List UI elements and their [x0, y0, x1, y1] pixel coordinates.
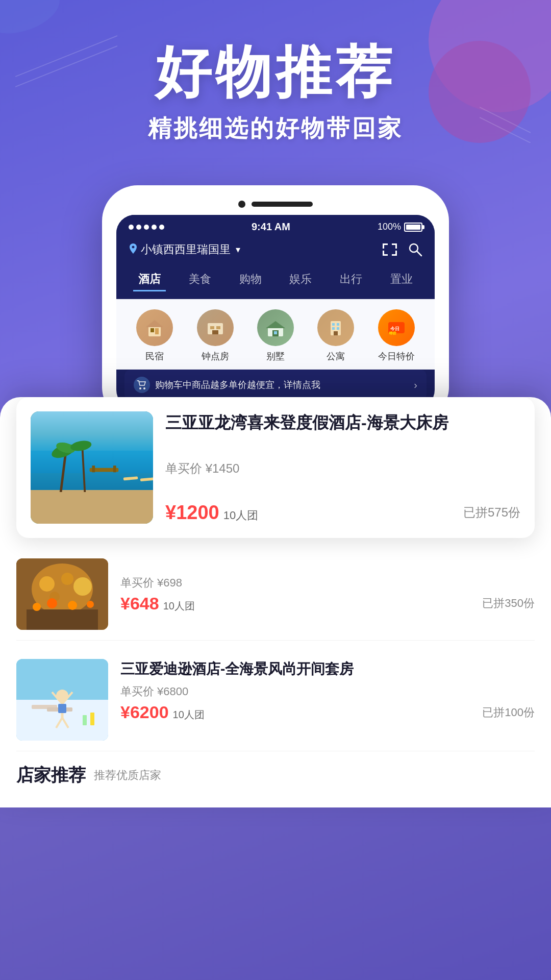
svg-rect-29	[332, 327, 335, 330]
product-card-1[interactable]: 三亚亚龙湾喜来登度假酒店-海景大床房 单买价 ¥1450 ¥1200 10人团 …	[16, 397, 535, 538]
tab-shopping[interactable]: 购物	[234, 268, 267, 291]
svg-point-50	[61, 573, 73, 585]
svg-rect-68	[58, 704, 66, 713]
tab-entertainment[interactable]: 娱乐	[284, 268, 317, 291]
phone-speaker	[252, 202, 313, 207]
promo-cart-icon	[134, 377, 150, 393]
svg-rect-30	[337, 327, 339, 330]
svg-line-37	[61, 454, 65, 492]
svg-rect-15	[151, 328, 154, 332]
category-zhongdian[interactable]: 钟点房	[197, 309, 234, 362]
category-zhongdian-icon	[197, 309, 234, 346]
tab-food[interactable]: 美食	[184, 268, 216, 291]
svg-rect-31	[334, 331, 338, 335]
location-pin-icon	[129, 243, 138, 256]
sub-title: 精挑细选的好物带回家	[20, 113, 531, 144]
svg-point-51	[73, 577, 92, 596]
svg-rect-21	[212, 330, 218, 334]
svg-point-55	[47, 598, 57, 608]
location-left[interactable]: 小镇西西里瑞国里 ▾	[129, 242, 240, 257]
svg-marker-17	[146, 320, 163, 327]
category-minshu-icon	[136, 309, 173, 346]
tab-property[interactable]: 置业	[385, 268, 418, 291]
battery-percent: 100%	[378, 222, 401, 232]
product-card-2[interactable]: 单买价 ¥698 ¥648 10人团 已拼350份	[16, 548, 535, 641]
product-2-price-row: ¥648 10人团 已拼350份	[120, 594, 535, 614]
svg-point-54	[33, 603, 41, 611]
svg-rect-5	[383, 243, 384, 249]
phone-screen: 9:41 AM 100% 小镇西西里瑞国里 ▾	[116, 215, 435, 408]
tab-travel[interactable]: 出行	[335, 268, 367, 291]
phone-notch	[116, 201, 435, 208]
category-minshu[interactable]: 民宿	[136, 309, 173, 362]
product-1-original-price: 单买价 ¥1450	[165, 460, 520, 477]
category-special[interactable]: 今日 特价 今日特价	[378, 309, 415, 362]
category-bieshu[interactable]: 别墅	[257, 309, 294, 362]
tab-hotel[interactable]: 酒店	[133, 268, 166, 291]
svg-point-56	[68, 601, 77, 610]
product-1-price: ¥1200	[165, 502, 219, 524]
product-card-3[interactable]: 三亚爱迪逊酒店-全海景风尚开间套房 单买价 ¥6800 ¥6200 10人团 已…	[16, 649, 535, 751]
status-bar: 9:41 AM 100%	[116, 215, 435, 237]
svg-marker-23	[266, 321, 285, 328]
product-3-group-size: 10人团	[173, 708, 205, 722]
svg-rect-9	[383, 251, 384, 256]
category-zhongdian-label: 钟点房	[202, 350, 229, 362]
svg-rect-70	[90, 713, 94, 725]
svg-rect-53	[27, 609, 98, 630]
product-3-image	[16, 659, 108, 741]
category-special-icon: 今日 特价	[378, 309, 415, 346]
location-bar[interactable]: 小镇西西里瑞国里 ▾	[116, 237, 435, 264]
category-bieshu-label: 别墅	[266, 350, 285, 362]
shop-recommend-section: 店家推荐 推荐优质店家	[16, 764, 535, 787]
promo-left: 购物车中商品越多单价越便宜，详情点我	[134, 377, 320, 393]
beach-scene-svg	[16, 659, 108, 741]
product-1-price-row: ¥1200 10人团 已拼575份	[165, 502, 520, 524]
scan-icon[interactable]	[382, 242, 398, 257]
search-icon[interactable]	[408, 242, 422, 257]
header-section: 好物推荐 精挑细选的好物带回家	[0, 0, 551, 165]
nav-tabs: 酒店 美食 购物 娱乐 出行 置业	[116, 264, 435, 299]
svg-rect-45	[123, 477, 138, 481]
product-3-info: 三亚爱迪逊酒店-全海景风尚开间套房 单买价 ¥6800 ¥6200 10人团 已…	[120, 659, 535, 722]
battery-fill	[406, 225, 420, 230]
product-1-joined: 已拼575份	[463, 504, 520, 521]
products-section: 三亚亚龙湾喜来登度假酒店-海景大床房 单买价 ¥1450 ¥1200 10人团 …	[0, 397, 551, 807]
phone-mockup: 9:41 AM 100% 小镇西西里瑞国里 ▾	[102, 185, 449, 423]
food-scene-svg	[16, 558, 108, 630]
svg-rect-16	[155, 328, 159, 334]
svg-rect-14	[148, 326, 161, 336]
shop-recommend-subtitle: 推荐优质店家	[94, 768, 161, 783]
product-1-img-pool	[31, 411, 153, 524]
svg-point-35	[139, 387, 141, 389]
product-2-group-size: 10人团	[163, 599, 195, 613]
product-1-group-size: 10人团	[223, 508, 258, 523]
promo-text: 购物车中商品越多单价越便宜，详情点我	[155, 379, 320, 391]
svg-rect-46	[140, 478, 153, 482]
status-time: 9:41 AM	[252, 221, 290, 233]
category-gongyu[interactable]: 公寓	[317, 309, 354, 362]
svg-text:今日: 今日	[390, 326, 399, 331]
location-text: 小镇西西里瑞国里	[141, 242, 231, 257]
svg-rect-44	[113, 466, 116, 473]
product-1-info: 三亚亚龙湾喜来登度假酒店-海景大床房 单买价 ¥1450 ¥1200 10人团 …	[165, 411, 520, 524]
svg-rect-28	[337, 323, 339, 326]
category-minshu-label: 民宿	[145, 350, 164, 362]
product-3-price-row: ¥6200 10人团 已拼100份	[120, 702, 535, 722]
product-2-original-price: 单买价 ¥698	[120, 575, 535, 591]
svg-line-13	[417, 251, 421, 256]
svg-rect-25	[274, 331, 277, 334]
svg-rect-43	[92, 466, 95, 473]
svg-point-49	[39, 576, 55, 592]
categories: 民宿 钟点房	[116, 299, 435, 370]
product-1-image	[31, 411, 153, 524]
svg-rect-19	[210, 326, 214, 329]
svg-rect-20	[216, 326, 220, 329]
category-bieshu-icon	[257, 309, 294, 346]
location-actions	[382, 242, 422, 257]
battery-icon	[404, 223, 422, 232]
promo-banner[interactable]: 购物车中商品越多单价越便宜，详情点我 ›	[124, 370, 427, 400]
svg-line-40	[83, 449, 85, 493]
phone-mockup-wrapper: 9:41 AM 100% 小镇西西里瑞国里 ▾	[0, 185, 551, 423]
product-3-price: ¥6200	[120, 702, 169, 722]
